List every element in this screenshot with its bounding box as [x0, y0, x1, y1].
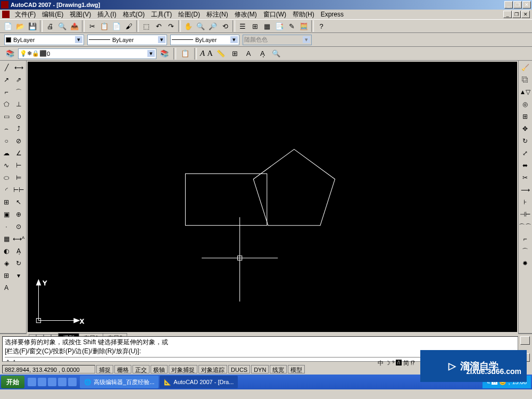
- design-center-button[interactable]: ⊞: [249, 20, 261, 32]
- scale-icon[interactable]: ⤢: [519, 147, 531, 159]
- fillet-icon[interactable]: ⌒: [519, 245, 531, 257]
- menu-dimension[interactable]: 标注(N): [203, 10, 231, 19]
- redo-button[interactable]: ↷: [165, 20, 177, 32]
- dyn-toggle[interactable]: DYN: [251, 365, 269, 373]
- new-button[interactable]: 📄: [2, 20, 14, 32]
- erase-icon[interactable]: 🧹: [519, 62, 531, 73]
- dim-tedit-icon[interactable]: Aͅ: [13, 245, 24, 257]
- zoom-prev-button[interactable]: ⟲: [219, 20, 231, 32]
- open-button[interactable]: 📂: [14, 20, 26, 32]
- menu-modify[interactable]: 修改(M): [231, 10, 260, 19]
- dim-angular-icon[interactable]: ∠: [13, 147, 24, 159]
- move-icon[interactable]: ✥: [519, 123, 531, 135]
- block-icon[interactable]: ⊞: [1, 196, 12, 208]
- menu-window[interactable]: 窗口(W): [260, 10, 289, 19]
- dim-linear-icon[interactable]: ⟷: [13, 62, 24, 73]
- dim-radius-icon[interactable]: ⊙: [13, 111, 24, 122]
- dim-baseline-icon[interactable]: ⊨: [13, 172, 24, 184]
- save-button[interactable]: 💾: [27, 20, 38, 32]
- mdi-close[interactable]: ✕: [521, 11, 530, 18]
- mtext-button[interactable]: A: [243, 48, 254, 60]
- ql-icon-5[interactable]: [68, 378, 77, 386]
- mtext-tool-icon[interactable]: A: [1, 282, 12, 294]
- model-toggle[interactable]: 模型: [288, 365, 305, 373]
- copy-obj-icon[interactable]: ⿻: [519, 74, 531, 86]
- menu-format[interactable]: 格式(O): [120, 10, 148, 19]
- chamfer-icon[interactable]: ⌐: [519, 233, 531, 245]
- dim-edit-icon[interactable]: ⟷ᴬ: [13, 233, 24, 245]
- menu-express[interactable]: Express: [318, 11, 347, 18]
- array-icon[interactable]: ⊞: [519, 111, 531, 122]
- region-icon[interactable]: ◈: [1, 257, 12, 269]
- break-at-icon[interactable]: ⊦: [519, 196, 531, 208]
- makeblock-icon[interactable]: ▣: [1, 209, 12, 220]
- revcloud-icon[interactable]: ☁: [1, 147, 12, 159]
- lineweight-combo[interactable]: ByLayer▾: [170, 35, 239, 45]
- linetype-combo[interactable]: ByLayer▾: [87, 35, 167, 45]
- publish-button[interactable]: 📤: [69, 20, 80, 32]
- color-combo[interactable]: ByLayer▾: [4, 35, 84, 45]
- menu-view[interactable]: 视图(V): [66, 10, 94, 19]
- rectangle-icon[interactable]: ▭: [1, 111, 12, 122]
- scroll-up-icon[interactable]: [520, 336, 530, 345]
- gradient-icon[interactable]: ◐: [1, 245, 12, 257]
- menu-help[interactable]: 帮助(H): [289, 10, 318, 19]
- stretch-icon[interactable]: ⬌: [519, 160, 531, 171]
- menu-tools[interactable]: 工具(T): [148, 10, 175, 19]
- calc-button[interactable]: 🧮: [298, 20, 310, 32]
- properties-button[interactable]: ☰: [237, 20, 248, 32]
- point-icon[interactable]: ·: [1, 221, 12, 232]
- hatch-icon[interactable]: ▦: [1, 233, 12, 245]
- polar-toggle[interactable]: 极轴: [151, 365, 168, 373]
- line-icon[interactable]: ╱: [1, 62, 12, 73]
- tolerance-icon[interactable]: ⊕: [13, 209, 24, 220]
- trim-icon[interactable]: ✂: [519, 172, 531, 184]
- table-icon[interactable]: ⊞: [1, 270, 12, 281]
- help-button[interactable]: ?: [315, 20, 327, 32]
- circle-icon[interactable]: ○: [1, 135, 12, 147]
- layer-properties-button[interactable]: 📚: [4, 48, 16, 60]
- xline-icon[interactable]: ↗: [1, 74, 12, 86]
- dim-continue-icon[interactable]: ⊢⊢: [13, 184, 24, 196]
- dimstyle-button[interactable]: 📏: [215, 48, 227, 60]
- task-browser[interactable]: 🌐 高级编辑器_百度经验...: [80, 376, 159, 388]
- ellipse-icon[interactable]: ⬭: [1, 172, 12, 184]
- rotate-icon[interactable]: ↻: [519, 135, 531, 147]
- tool-palette-button[interactable]: ▦: [261, 20, 273, 32]
- grid-toggle[interactable]: 栅格: [114, 365, 131, 373]
- join-icon[interactable]: ⌒⌒: [519, 221, 531, 232]
- sheet-set-button[interactable]: 📑: [273, 20, 285, 32]
- menu-file[interactable]: 文件(F): [12, 10, 39, 19]
- dimstyle-combo-icon[interactable]: ▾: [13, 270, 24, 281]
- lwt-toggle[interactable]: 线宽: [270, 365, 287, 373]
- osnap-toggle[interactable]: 对象捕捉: [169, 365, 197, 373]
- dim-aligned-icon[interactable]: ⇗: [13, 74, 24, 86]
- paste-button[interactable]: 📄: [111, 20, 122, 32]
- ql-icon-2[interactable]: [38, 378, 46, 386]
- ql-icon-1[interactable]: [28, 378, 36, 386]
- dim-diameter-icon[interactable]: ⊘: [13, 135, 24, 147]
- block-editor-button[interactable]: ⬚: [140, 20, 152, 32]
- leader-icon[interactable]: ↖: [13, 196, 24, 208]
- pan-button[interactable]: ✋: [182, 20, 194, 32]
- otrack-toggle[interactable]: 对象追踪: [198, 365, 227, 373]
- pline-icon[interactable]: ⌐: [1, 86, 12, 98]
- copy-button[interactable]: 📋: [98, 20, 110, 32]
- menu-insert[interactable]: 插入(I): [94, 10, 119, 19]
- extend-icon[interactable]: ⟶: [519, 184, 531, 196]
- zoom-rt-button[interactable]: 🔍: [195, 20, 206, 32]
- minimize-button[interactable]: _: [504, 1, 513, 9]
- markup-button[interactable]: ✎: [286, 20, 297, 32]
- maximize-button[interactable]: ❐: [513, 1, 522, 9]
- ql-icon-3[interactable]: [48, 378, 56, 386]
- ducs-toggle[interactable]: DUCS: [228, 365, 250, 373]
- dim-arc-icon[interactable]: ⌒: [13, 86, 24, 98]
- plot-preview-button[interactable]: 🔍: [56, 20, 68, 32]
- ortho-toggle[interactable]: 正交: [132, 365, 149, 373]
- task-autocad[interactable]: 📐 AutoCAD 2007 - [Dra...: [160, 376, 238, 388]
- dim-update-icon[interactable]: ↻: [13, 257, 24, 269]
- match-prop-button[interactable]: 🖌: [123, 20, 135, 32]
- cut-button[interactable]: ✂: [86, 20, 98, 32]
- find-button[interactable]: 🔍: [270, 48, 282, 60]
- qdim-icon[interactable]: ⊢: [13, 160, 24, 171]
